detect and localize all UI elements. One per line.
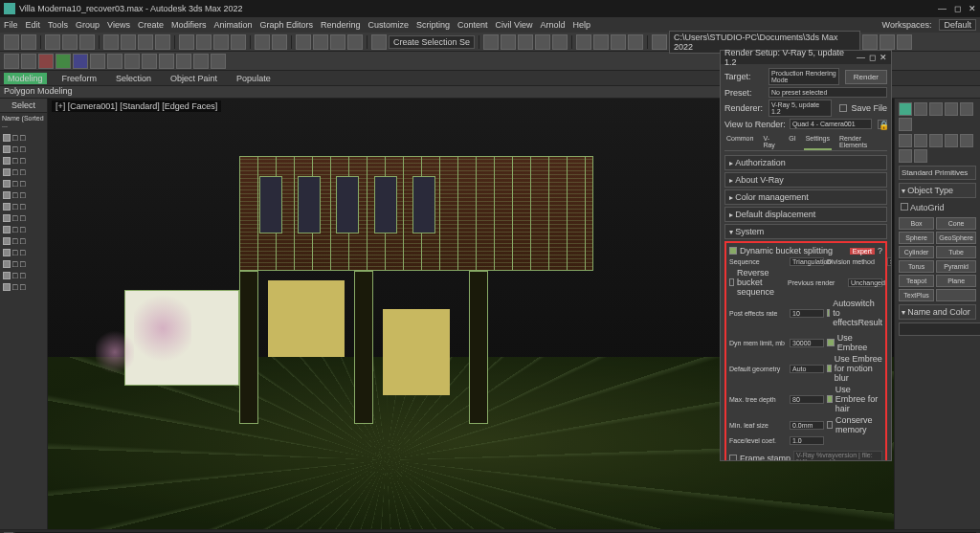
render-icon[interactable]: [628, 34, 643, 50]
rollout-colormgmt[interactable]: ▸ Color management: [724, 189, 887, 205]
schematic-icon[interactable]: [552, 34, 568, 50]
undo-icon[interactable]: [4, 34, 19, 50]
category-dropdown[interactable]: Standard Primitives: [899, 166, 976, 180]
align-icon[interactable]: [501, 34, 516, 50]
select-icon[interactable]: [103, 34, 119, 50]
project-icon[interactable]: [652, 34, 667, 50]
timeline[interactable]: 0 10 20 30 40 50 60 70 80 90 100: [0, 529, 980, 533]
menu-edit[interactable]: Edit: [26, 20, 41, 30]
hierarchy-tab-icon[interactable]: [929, 102, 943, 116]
rotate-icon[interactable]: [196, 34, 212, 50]
redo-icon[interactable]: [21, 34, 36, 50]
menu-modifiers[interactable]: Modifiers: [171, 20, 207, 30]
selection-set-icon[interactable]: [371, 34, 387, 50]
save-icon[interactable]: [880, 34, 895, 50]
spinner-snap-icon[interactable]: [347, 34, 363, 50]
open-icon[interactable]: [897, 34, 912, 50]
rollout-about[interactable]: ▸ About V-Ray: [724, 172, 887, 188]
framestamp-field[interactable]: V-Ray %vrayversion | file: %filename | f…: [793, 451, 882, 460]
conserve-checkbox[interactable]: [827, 421, 833, 429]
lights-icon[interactable]: [929, 134, 943, 147]
menu-create[interactable]: Create: [138, 20, 164, 30]
maxtree-spinner[interactable]: 80: [790, 395, 824, 404]
link-icon[interactable]: [45, 34, 60, 50]
geosphere-button[interactable]: GeoSphere: [936, 232, 976, 244]
render-setup-icon[interactable]: [593, 34, 609, 50]
list-item[interactable]: □ □: [2, 201, 45, 212]
namecolor-header[interactable]: ▾ Name and Color: [899, 304, 976, 320]
tool-icon[interactable]: [124, 54, 140, 69]
maximize-icon[interactable]: ◻: [954, 4, 961, 13]
minimize-icon[interactable]: —: [938, 4, 947, 13]
dialog-minimize-icon[interactable]: —: [857, 53, 865, 62]
dialog-close-icon[interactable]: ✕: [880, 53, 887, 62]
pivot-icon[interactable]: [272, 34, 287, 50]
axis-y-icon[interactable]: [56, 54, 71, 69]
minleaf-spinner[interactable]: 0.0mm: [790, 421, 824, 430]
dialog-maximize-icon[interactable]: ◻: [869, 53, 876, 62]
axis-x-icon[interactable]: [38, 54, 54, 69]
tool-icon[interactable]: [142, 54, 157, 69]
modify-tab-icon[interactable]: [914, 102, 927, 116]
tube-button[interactable]: Tube: [936, 246, 976, 258]
textplus-button[interactable]: TextPlus: [899, 289, 934, 301]
list-header[interactable]: Name (Sorted ...: [0, 113, 47, 130]
cylinder-button[interactable]: Cylinder: [899, 246, 934, 258]
dynbucket-checkbox[interactable]: [729, 247, 737, 255]
utilities-tab-icon[interactable]: [899, 118, 912, 131]
renderer-dropdown[interactable]: V-Ray 5, update 1.2: [768, 100, 832, 117]
ribbon-tab-freeform[interactable]: Freeform: [58, 73, 101, 84]
embree-checkbox[interactable]: [827, 339, 835, 346]
menu-views[interactable]: Views: [107, 20, 130, 30]
expert-badge[interactable]: Expert: [850, 248, 875, 255]
list-item[interactable]: □ □: [2, 270, 45, 281]
list-item[interactable]: □ □: [2, 155, 45, 167]
layers-icon[interactable]: [518, 34, 533, 50]
list-item[interactable]: □ □: [2, 224, 45, 235]
target-dropdown[interactable]: Production Rendering Mode: [768, 68, 839, 85]
render-frame-icon[interactable]: [611, 34, 626, 50]
folder-icon[interactable]: [862, 34, 878, 50]
snap-icon[interactable]: [296, 34, 311, 50]
create-tab-icon[interactable]: [899, 102, 912, 116]
list-item[interactable]: □ □: [2, 235, 45, 247]
menu-tools[interactable]: Tools: [48, 20, 68, 30]
filter-icon[interactable]: [155, 34, 170, 50]
menu-arnold[interactable]: Arnold: [540, 20, 565, 30]
autogrid-checkbox[interactable]: [901, 203, 908, 211]
tool-icon[interactable]: [21, 54, 36, 69]
torus-button[interactable]: Torus: [899, 260, 934, 273]
close-icon[interactable]: ✕: [969, 4, 976, 13]
ribbon-tab-selection[interactable]: Selection: [112, 73, 155, 84]
tab-renderelements[interactable]: Render Elements: [837, 133, 887, 150]
shapes-icon[interactable]: [914, 134, 927, 147]
menu-file[interactable]: File: [4, 20, 18, 30]
cone-button[interactable]: Cone: [936, 217, 976, 230]
ribbon-tab-modeling[interactable]: Modeling: [4, 73, 47, 84]
rollout-system[interactable]: ▾ System: [724, 224, 887, 239]
bind-icon[interactable]: [79, 34, 95, 50]
list-item[interactable]: □ □: [2, 167, 45, 178]
autoswitch-checkbox[interactable]: [827, 309, 830, 317]
list-item[interactable]: □ □: [2, 212, 45, 224]
dynmem-spinner[interactable]: 30000: [790, 339, 824, 347]
savefile-checkbox[interactable]: [839, 104, 847, 112]
display-tab-icon[interactable]: [960, 102, 973, 116]
sphere-button[interactable]: Sphere: [899, 232, 934, 244]
tool-icon[interactable]: [90, 54, 105, 69]
geometry-icon[interactable]: [899, 134, 912, 147]
tool-icon[interactable]: [159, 54, 174, 69]
tab-common[interactable]: Common: [724, 133, 755, 150]
menu-scripting[interactable]: Scripting: [416, 20, 450, 30]
embree-mb-checkbox[interactable]: [827, 365, 832, 372]
workspace-dropdown[interactable]: Default: [939, 19, 976, 31]
place-icon[interactable]: [231, 34, 246, 50]
select-region-icon[interactable]: [138, 34, 153, 50]
tool-icon[interactable]: [4, 54, 19, 69]
axis-z-icon[interactable]: [73, 54, 88, 69]
curve-editor-icon[interactable]: [535, 34, 550, 50]
tool-icon[interactable]: [107, 54, 122, 69]
cameras-icon[interactable]: [945, 134, 958, 147]
select-name-icon[interactable]: [121, 34, 136, 50]
list-item[interactable]: □ □: [2, 132, 45, 144]
